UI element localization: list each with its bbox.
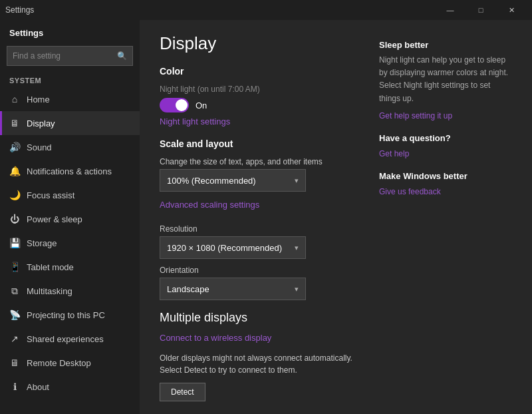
tablet-icon: 📱 [9, 262, 20, 272]
sidebar-item-label-multitasking: Multitasking [27, 286, 72, 296]
about-icon: ℹ [9, 381, 20, 392]
projecting-icon: 📡 [9, 310, 20, 320]
titlebar: Settings — □ ✕ [0, 0, 532, 20]
sidebar-item-label-display: Display [27, 118, 55, 128]
sidebar-item-remote[interactable]: 🖥Remote Desktop [0, 351, 140, 375]
sidebar-item-about[interactable]: ℹAbout [0, 375, 140, 399]
sidebar-item-label-projecting: Projecting to this PC [27, 310, 105, 320]
sidebar-item-power[interactable]: ⏻Power & sleep [0, 207, 140, 231]
night-light-toggle[interactable] [160, 98, 189, 112]
power-icon: ⏻ [9, 214, 20, 224]
remote-icon: 🖥 [9, 357, 20, 368]
toggle-on-label: On [196, 101, 207, 110]
resolution-dropdown-arrow: ▾ [295, 244, 299, 252]
sidebar-item-label-focus: Focus assist [27, 190, 74, 200]
night-light-label: Night light (on until 7:00 AM) [160, 85, 359, 94]
notifications-icon: 🔔 [9, 166, 20, 176]
multiple-displays-section: Multiple displays Connect to a wireless … [160, 311, 359, 414]
color-section: Color Night light (on until 7:00 AM) On … [160, 66, 359, 136]
make-windows-better-section: Make Windows better Give us feedback [379, 171, 512, 197]
sidebar-item-notifications[interactable]: 🔔Notifications & actions [0, 159, 140, 183]
detect-button[interactable]: Detect [160, 383, 205, 401]
right-panel: Sleep better Night light can help you ge… [379, 33, 512, 401]
scale-value: 100% (Recommended) [167, 176, 256, 186]
app-name: Settings [0, 20, 140, 42]
scale-section-title: Scale and layout [160, 138, 359, 149]
minimize-button[interactable]: — [435, 0, 466, 20]
have-question-section: Have a question? Get help [379, 133, 512, 159]
close-button[interactable]: ✕ [496, 0, 527, 20]
orientation-label: Orientation [160, 266, 359, 275]
sidebar-item-focus[interactable]: 🌙Focus assist [0, 183, 140, 207]
resolution-label: Resolution [160, 224, 359, 234]
sidebar-item-label-home: Home [27, 95, 50, 104]
titlebar-title: Settings [5, 5, 34, 15]
connect-wireless-link[interactable]: Connect to a wireless display [160, 333, 271, 343]
sidebar-nav: ⌂Home🖥Display🔊Sound🔔Notifications & acti… [0, 87, 140, 399]
have-question-title: Have a question? [379, 133, 512, 143]
content-main: Display Color Night light (on until 7:00… [160, 33, 359, 401]
search-box[interactable]: 🔍 [7, 46, 133, 66]
multiple-displays-title: Multiple displays [160, 311, 359, 325]
page-title: Display [160, 33, 359, 54]
focus-icon: 🌙 [9, 190, 20, 200]
content-area: Display Color Night light (on until 7:00… [140, 20, 532, 414]
titlebar-controls: — □ ✕ [435, 0, 527, 20]
sidebar-item-sound[interactable]: 🔊Sound [0, 135, 140, 159]
sidebar-item-label-notifications: Notifications & actions [27, 166, 112, 176]
sidebar-item-label-storage: Storage [27, 238, 57, 248]
orientation-value: Landscape [167, 284, 209, 294]
sleep-better-section: Sleep better Night light can help you ge… [379, 40, 512, 121]
sidebar-item-label-about: About [27, 382, 49, 392]
sidebar-item-label-shared: Shared experiences [27, 334, 104, 344]
resolution-dropdown[interactable]: 1920 × 1080 (Recommended) ▾ [160, 236, 306, 259]
app-body: Settings 🔍 System ⌂Home🖥Display🔊Sound🔔No… [0, 20, 532, 414]
scale-layout-section: Scale and layout Change the size of text… [160, 138, 359, 300]
advanced-scaling-link[interactable]: Advanced scaling settings [160, 200, 259, 210]
sidebar-item-label-remote: Remote Desktop [27, 358, 91, 368]
make-windows-better-title: Make Windows better [379, 171, 512, 181]
sidebar: Settings 🔍 System ⌂Home🖥Display🔊Sound🔔No… [0, 20, 140, 414]
sleep-better-title: Sleep better [379, 40, 512, 50]
change-size-label: Change the size of text, apps, and other… [160, 157, 359, 166]
home-icon: ⌂ [9, 94, 20, 104]
sidebar-item-shared[interactable]: ↗Shared experiences [0, 327, 140, 351]
resolution-value: 1920 × 1080 (Recommended) [167, 243, 282, 253]
scale-dropdown[interactable]: 100% (Recommended) ▾ [160, 169, 306, 192]
shared-icon: ↗ [9, 333, 20, 344]
sleep-better-text: Night light can help you get to sleep by… [379, 54, 512, 105]
search-input[interactable] [13, 51, 117, 61]
multitasking-icon: ⧉ [9, 286, 20, 297]
get-help-link[interactable]: Get help [379, 149, 409, 158]
maximize-button[interactable]: □ [466, 0, 496, 20]
display-icon: 🖥 [9, 118, 20, 128]
detect-description: Older displays might not always connect … [160, 352, 359, 376]
night-light-toggle-row: On [160, 98, 359, 112]
orientation-dropdown[interactable]: Landscape ▾ [160, 278, 306, 300]
sidebar-item-label-sound: Sound [27, 142, 52, 152]
sidebar-section-label: System [0, 73, 140, 87]
sidebar-item-multitasking[interactable]: ⧉Multitasking [0, 279, 140, 303]
sidebar-item-label-tablet: Tablet mode [27, 262, 74, 272]
search-icon: 🔍 [117, 51, 127, 61]
sidebar-item-tablet[interactable]: 📱Tablet mode [0, 255, 140, 279]
give-feedback-link[interactable]: Give us feedback [379, 187, 441, 196]
sound-icon: 🔊 [9, 142, 20, 152]
storage-icon: 💾 [9, 238, 20, 248]
night-light-settings-link[interactable]: Night light settings [160, 116, 230, 126]
sidebar-item-display[interactable]: 🖥Display [0, 111, 140, 135]
sidebar-item-home[interactable]: ⌂Home [0, 87, 140, 111]
sidebar-item-label-power: Power & sleep [27, 214, 82, 224]
get-help-setting-up-link[interactable]: Get help setting it up [379, 111, 452, 120]
color-section-title: Color [160, 66, 359, 77]
sidebar-item-storage[interactable]: 💾Storage [0, 231, 140, 255]
orientation-dropdown-arrow: ▾ [295, 285, 299, 294]
sidebar-item-projecting[interactable]: 📡Projecting to this PC [0, 303, 140, 327]
scale-dropdown-arrow: ▾ [295, 176, 299, 185]
